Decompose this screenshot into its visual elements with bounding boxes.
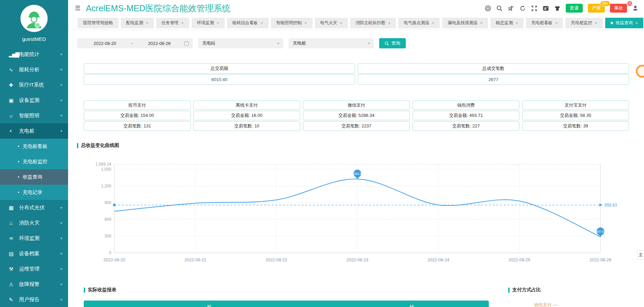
tab-close-icon[interactable]: × [516, 21, 518, 26]
search-icon[interactable] [496, 5, 503, 12]
sidebar-subitem-充电桩看板[interactable]: •充电桩看板 [0, 139, 68, 154]
tab-label: 稳态监测 [496, 20, 513, 26]
x-axis-tick-label: 2022-08-23 [347, 258, 368, 262]
date-end[interactable]: 2022-08-26 [135, 41, 184, 46]
tab-close-icon[interactable]: × [261, 21, 263, 26]
payment-card-title: 投币支付 [84, 101, 191, 110]
tab-close-icon[interactable]: × [635, 21, 638, 26]
avatar[interactable] [20, 5, 48, 32]
report-table-header: 桩 钱 [84, 301, 489, 307]
sidebar-item-用户报告[interactable]: ✎用户报告∨ [0, 292, 68, 307]
tab-环境监测[interactable]: 环境监测× [192, 18, 225, 28]
sidebar-item-能耗分析[interactable]: ∿能耗分析∨ [0, 62, 68, 77]
tab-电气接点测温[interactable]: 电气接点测温× [398, 18, 440, 28]
tab-充电桩监控[interactable]: 充电桩监控× [565, 18, 603, 28]
station-select[interactable]: 充电站 ∨ [198, 38, 283, 48]
tab-close-icon[interactable]: × [432, 21, 434, 26]
tab-close-icon[interactable]: × [340, 21, 342, 26]
chevron-down-icon: ∨ [60, 206, 63, 209]
side-drawer-handle[interactable]: 主 [637, 250, 644, 259]
status-badge-事故[interactable]: 事故4 [610, 4, 627, 13]
tab-close-icon[interactable]: × [480, 21, 483, 26]
tab-医院管理驾驶舱[interactable]: 医院管理驾驶舱 [78, 18, 118, 28]
tab-能耗综合看板[interactable]: 能耗综合看板× [227, 18, 269, 28]
sidebar-item-label: 医疗IT系统 [19, 82, 60, 88]
sidebar-item-电能统计[interactable]: ▂▅▇电能统计∨ [0, 47, 68, 62]
pile-select[interactable]: 充电桩 ∨ [289, 38, 374, 48]
monitor-icon: ▣ [9, 97, 19, 104]
sidebar-item-label: 设备档案 [19, 250, 60, 257]
fire-icon: ♨ [9, 220, 19, 226]
sidebar-nav: ▂▅▇电能统计∨∿能耗分析∨✚医疗IT系统∨▣设备监测∨☼智能照明∨⚡充电桩∧•… [0, 47, 68, 307]
refresh-icon[interactable] [519, 5, 526, 12]
search-icon [385, 41, 389, 46]
sidebar-item-环境监测[interactable]: ♒环境监测∨ [0, 231, 68, 246]
tab-智能照明控制[interactable]: 智能照明控制× [271, 18, 312, 28]
sidebar-item-分布式光伏[interactable]: ▦分布式光伏∨ [0, 200, 68, 215]
sidebar-subitem-收益查询[interactable]: •收益查询 [0, 169, 68, 185]
translate-icon[interactable]: A文 [543, 5, 549, 12]
badge-count: 4 [627, 1, 632, 6]
chevron-up-icon: ∧ [60, 129, 63, 133]
tab-close-icon[interactable]: × [217, 21, 219, 26]
sidebar-item-运维管理[interactable]: ⚒运维管理∨ [0, 261, 68, 277]
hamburger-menu-icon[interactable]: ☰ [75, 4, 80, 12]
tab-close-icon[interactable]: × [305, 21, 307, 26]
y-axis-tick-label: 1,200 [101, 184, 111, 188]
theme-icon[interactable] [554, 5, 561, 12]
status-badge-严重[interactable]: 严重99+ [588, 4, 605, 13]
payment-card-title: 支付宝支付 [522, 101, 629, 110]
tab-close-icon[interactable]: × [181, 21, 184, 26]
payment-card-count: 交易笔数: 10 [193, 121, 300, 131]
y-axis-tick-label: 300 [104, 234, 111, 239]
tab-充电桩看板[interactable]: 充电桩看板× [526, 18, 563, 28]
help-ring-icon[interactable] [485, 5, 491, 12]
summary-card-title: 总交易额 [84, 63, 355, 74]
markline-start-dot [113, 203, 116, 206]
date-start[interactable]: 2022-08-20 [80, 41, 129, 46]
solar-icon: ▦ [9, 205, 19, 211]
bullet-icon: • [18, 159, 19, 164]
summary-card-value: 6010.40 [84, 74, 355, 85]
tab-label: 消防主机拓扑图 [356, 20, 386, 26]
user-avatar-icon[interactable] [632, 5, 639, 12]
payment-card-amount: 交易金额: 16.00 [193, 111, 300, 120]
sidebar-item-智能照明[interactable]: ☼智能照明∨ [0, 108, 68, 123]
mute-icon[interactable] [508, 5, 514, 12]
tab-close-icon[interactable]: × [555, 21, 558, 26]
svg-text:文: 文 [546, 6, 548, 9]
status-badge-普通[interactable]: 普通 [566, 4, 583, 13]
sidebar-subitem-充电记录[interactable]: •充电记录 [0, 185, 68, 200]
tab-消防主机拓扑图[interactable]: 消防主机拓扑图× [350, 18, 396, 28]
tab-label: 漏电及线缆测温 [448, 20, 478, 26]
sidebar-item-消防火灾[interactable]: ♨消防火灾∨ [0, 215, 68, 231]
chevron-down-icon: ∨ [60, 68, 63, 71]
query-button[interactable]: 查询 [379, 38, 406, 48]
sidebar-item-label: 能耗分析 [19, 66, 60, 73]
fullscreen-icon[interactable] [531, 5, 537, 12]
tab-label: 环境监测 [197, 20, 214, 26]
bullet-icon: • [18, 190, 19, 195]
sidebar-item-充电桩[interactable]: ⚡充电桩∧ [0, 123, 68, 139]
payment-card-amount: 交易金额: 58.35 [522, 111, 629, 120]
sidebar-item-设备档案[interactable]: ▤设备档案∨ [0, 246, 68, 261]
sidebar-item-医疗IT系统[interactable]: ✚医疗IT系统∨ [0, 77, 68, 93]
tab-任务管理[interactable]: 任务管理× [156, 18, 189, 28]
tab-配电监测[interactable]: 配电监测× [121, 18, 154, 28]
tab-close-icon[interactable]: × [388, 21, 390, 26]
tab-label: 充电桩监控 [571, 20, 592, 26]
pie-section-title: 支付方式占比 [508, 287, 558, 293]
tab-收益查询[interactable]: 收益查询× [605, 18, 643, 28]
tab-close-icon[interactable]: × [146, 21, 148, 26]
date-range-picker[interactable]: 2022-08-20 ~ 2022-08-26 [77, 38, 193, 48]
section-title-bar [84, 288, 85, 293]
sidebar-item-设备监测[interactable]: ▣设备监测∨ [0, 93, 68, 108]
tab-close-icon[interactable]: × [595, 21, 597, 26]
payment-card-count: 交易笔数: 2237 [303, 121, 410, 131]
report-section-title: 实际收益报表 [84, 287, 489, 293]
tab-漏电及线缆测温[interactable]: 漏电及线缆测温× [442, 18, 488, 28]
tab-稳态监测[interactable]: 稳态监测× [490, 18, 524, 28]
sidebar-subitem-充电桩监控[interactable]: •充电桩监控 [0, 154, 68, 169]
tab-电气火灾[interactable]: 电气火灾× [315, 18, 348, 28]
sidebar-item-故障报警[interactable]: ⚠故障报警∨ [0, 277, 68, 292]
